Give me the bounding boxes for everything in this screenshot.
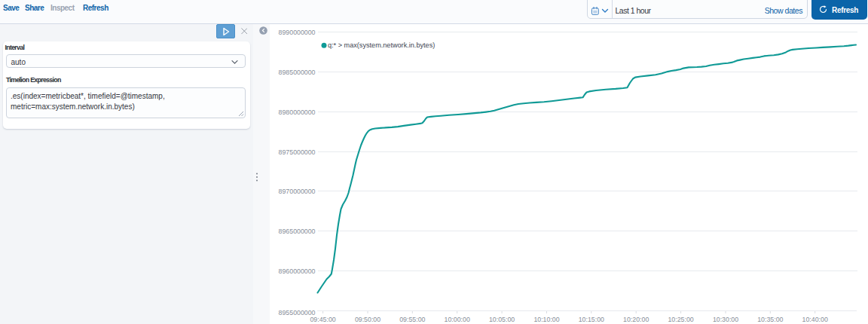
svg-text:10:20:00: 10:20:00 (623, 316, 649, 323)
svg-text:8960000000: 8960000000 (279, 267, 316, 275)
svg-text:09:45:00: 09:45:00 (310, 316, 335, 323)
svg-text:10:05:00: 10:05:00 (489, 316, 515, 323)
svg-text:q:* > max(system.network.in.by: q:* > max(system.network.in.bytes) (328, 41, 435, 49)
svg-text:8970000000: 8970000000 (279, 188, 316, 195)
svg-text:10:30:00: 10:30:00 (713, 316, 738, 323)
svg-text:8955000000: 8955000000 (279, 309, 316, 316)
svg-text:10:15:00: 10:15:00 (579, 316, 604, 323)
svg-text:09:55:00: 09:55:00 (399, 316, 425, 323)
svg-text:10:35:00: 10:35:00 (757, 316, 783, 323)
svg-text:10:00:00: 10:00:00 (445, 316, 470, 323)
svg-text:10:10:00: 10:10:00 (533, 316, 559, 323)
svg-text:8980000000: 8980000000 (279, 109, 316, 116)
svg-text:8965000000: 8965000000 (279, 228, 316, 235)
svg-text:8975000000: 8975000000 (279, 148, 316, 156)
svg-text:09:50:00: 09:50:00 (355, 316, 381, 323)
svg-text:8990000000: 8990000000 (279, 29, 316, 36)
svg-text:10:40:00: 10:40:00 (802, 316, 828, 323)
svg-text:10:25:00: 10:25:00 (668, 316, 693, 323)
svg-text:8985000000: 8985000000 (279, 69, 316, 76)
